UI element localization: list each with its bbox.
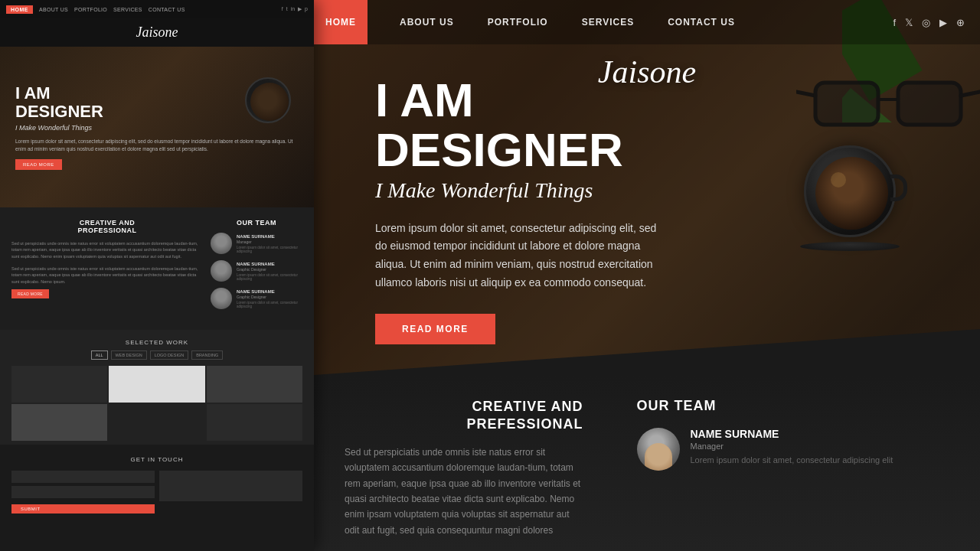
preview-submit-btn[interactable]: SUBMIT [11, 504, 155, 514]
preview-contact-form: SUBMIT [11, 471, 302, 514]
diagonal-divider [314, 314, 980, 375]
team-avatar-1 [637, 428, 680, 471]
team-avatar-face-1 [645, 443, 672, 471]
main-content: HOME ABOUT US PORTFOLIO SERVICES CONTACT… [314, 0, 980, 551]
coffee-decoration [804, 145, 903, 245]
preview-avatar-inner-2 [211, 260, 232, 282]
bottom-section: CREATIVE AND PREFESSIONAL Sed ut perspic… [314, 375, 980, 551]
preview-contact-section: GET IN TOUCH SUBMIT [0, 445, 314, 525]
nav-link-services[interactable]: SERVICES [565, 17, 651, 28]
social-facebook-icon[interactable]: f [893, 17, 896, 28]
preview-name-input[interactable] [11, 471, 155, 483]
main-navigation: HOME ABOUT US PORTFOLIO SERVICES CONTACT… [314, 0, 980, 44]
nav-home-button[interactable]: HOME [314, 0, 368, 44]
preview-hero-btn[interactable]: READ MORE [15, 159, 62, 170]
preview-nav-portfolio: PORTFOLIO [74, 7, 107, 12]
coffee-surface [815, 157, 888, 230]
preview-form-left: SUBMIT [11, 471, 155, 514]
preview-nav-icons: f t in ▶ p [282, 6, 308, 12]
team-member-text-1: Lorem ipsum dolor sit amet, consectetur … [691, 454, 893, 467]
filter-all[interactable]: ALL [91, 350, 108, 360]
team-title: OUR TEAM [637, 398, 958, 414]
svg-line-4 [961, 92, 980, 96]
hero-tagline: I Make Wonderful Things [375, 178, 666, 203]
team-member-role-1: Manager [691, 442, 893, 451]
creative-section: CREATIVE AND PREFESSIONAL Sed ut perspic… [314, 375, 614, 551]
hero-title: I AM DESIGNER [375, 75, 666, 174]
hero-content: I AM DESIGNER I Make Wonderful Things Lo… [375, 75, 666, 344]
preview-social-yt: ▶ [298, 6, 302, 12]
preview-hero-body: Lorem ipsum dolor sit amet, consectetur … [15, 138, 299, 153]
preview-hero-text: I AM DESIGNER I Make Wonderful Things Lo… [15, 84, 299, 170]
portfolio-item-6[interactable] [207, 404, 302, 441]
preview-avatar-inner-1 [211, 233, 232, 254]
coffee-highlight [831, 172, 846, 187]
preview-avatar-3 [211, 288, 232, 309]
preview-member-info-2: NAME SURNAME Graphic Designer Lorem ipsu… [237, 262, 302, 281]
team-member-info-1: NAME SURNAME Manager Lorem ipsum dolor s… [691, 428, 893, 467]
social-instagram-icon[interactable]: ◎ [922, 17, 930, 28]
preview-member-name-3: NAME SURNAME [237, 289, 302, 294]
preview-work-section: SELECTED WORK ALL WEB DESIGN LOGO DESIGN… [0, 330, 314, 445]
preview-member-name-1: NAME SURNAME [237, 234, 302, 239]
preview-team-member-2: NAME SURNAME Graphic Designer Lorem ipsu… [211, 260, 302, 282]
preview-nav: HOME ABOUT US PORTFOLIO SERVICES CONTACT… [0, 0, 314, 18]
preview-email-input[interactable] [11, 486, 155, 498]
svg-line-0 [796, 92, 815, 96]
preview-member-role-2: Graphic Designer [237, 267, 302, 272]
preview-creative-title: CREATIVE ANDPROFESSIONAL [11, 219, 203, 234]
filter-branding[interactable]: BRANDING [191, 350, 223, 360]
svg-rect-3 [898, 83, 961, 125]
preview-member-role-3: Graphic Designer [237, 295, 302, 299]
creative-text: Sed ut perspiciatis unde omnis iste natu… [345, 445, 583, 538]
portfolio-item-2[interactable] [109, 366, 204, 403]
preview-creative-btn[interactable]: READ MORE [11, 289, 49, 298]
preview-avatar-inner-3 [211, 288, 232, 309]
preview-social-ig: in [291, 6, 295, 12]
nav-link-portfolio[interactable]: PORTFOLIO [471, 17, 565, 28]
preview-hero: I AM DESIGNER I Make Wonderful Things Lo… [0, 47, 314, 207]
nav-link-aboutus[interactable]: ABOUT US [383, 17, 471, 28]
filter-logo[interactable]: LOGO DESIGN [150, 350, 189, 360]
preview-nav-contact: CONTACT US [149, 7, 185, 12]
preview-hero-title: I AM DESIGNER [15, 84, 299, 121]
creative-title: CREATIVE AND PREFESSIONAL [345, 398, 583, 434]
preview-contact-title: GET IN TOUCH [11, 456, 302, 463]
portfolio-item-1[interactable] [11, 366, 107, 403]
preview-member-name-2: NAME SURNAME [237, 262, 302, 266]
preview-member-role-1: Manager [237, 240, 302, 244]
nav-link-contactus[interactable]: CONTACT US [651, 17, 752, 28]
social-pinterest-icon[interactable]: ⊕ [956, 17, 965, 28]
hero-body-text: Lorem ipsum dolor sit amet, consectetur … [375, 220, 666, 292]
preview-portfolio-grid [11, 366, 302, 441]
portfolio-item-3[interactable] [207, 366, 302, 403]
preview-panel: HOME ABOUT US PORTFOLIO SERVICES CONTACT… [0, 0, 314, 551]
preview-message-textarea[interactable] [159, 471, 302, 501]
social-youtube-icon[interactable]: ▶ [939, 17, 947, 28]
preview-brand: Jaisone [0, 18, 314, 47]
preview-member-text-1: Lorem ipsum dolor sit amet, consectetur … [237, 246, 302, 253]
preview-avatar-2 [211, 260, 232, 282]
filter-web[interactable]: WEB DESIGN [111, 350, 147, 360]
preview-member-info-3: NAME SURNAME Graphic Designer Lorem ipsu… [237, 289, 302, 308]
preview-work-title: SELECTED WORK [11, 339, 302, 346]
preview-social-t: t [286, 6, 288, 12]
preview-member-info-1: NAME SURNAME Manager Lorem ipsum dolor s… [237, 234, 302, 253]
team-section: OUR TEAM NAME SURNAME Manager Lorem ipsu… [614, 375, 981, 551]
portfolio-item-4[interactable] [11, 404, 107, 441]
preview-team: OUR TEAM NAME SURNAME Manager Lorem ipsu… [211, 219, 302, 318]
team-member-1: NAME SURNAME Manager Lorem ipsum dolor s… [637, 428, 958, 471]
cup-saucer [800, 242, 900, 251]
preview-nav-links: ABOUT US PORTFOLIO SERVICES CONTACT US [39, 7, 185, 12]
social-twitter-icon[interactable]: 𝕏 [905, 17, 913, 28]
preview-team-member-3: NAME SURNAME Graphic Designer Lorem ipsu… [211, 288, 302, 309]
portfolio-item-5[interactable] [109, 404, 204, 441]
glasses-decoration [796, 77, 965, 138]
preview-nav-aboutus: ABOUT US [39, 7, 68, 12]
big-coffee-cup [804, 145, 896, 237]
preview-creative-text: Sed ut perspiciatis unde omnis iste natu… [11, 240, 203, 285]
glasses-svg [796, 77, 980, 134]
preview-member-text-3: Lorem ipsum dolor sit amet, consectetur … [237, 301, 302, 308]
svg-rect-1 [815, 83, 878, 125]
nav-links-container: ABOUT US PORTFOLIO SERVICES CONTACT US [383, 17, 752, 28]
